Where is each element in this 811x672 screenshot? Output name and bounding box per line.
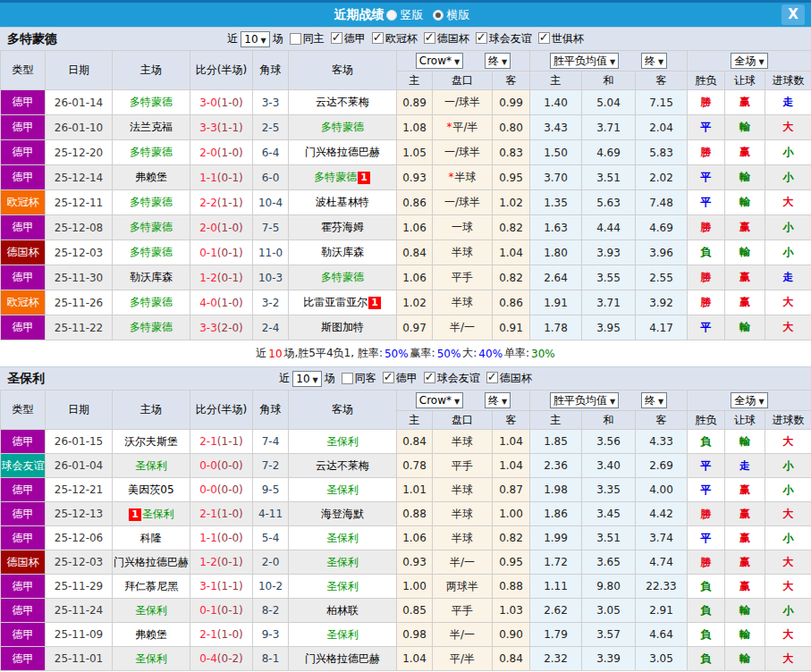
home-team-cell: 多特蒙德 [113, 315, 190, 340]
games-count-select[interactable]: 10▼ [292, 371, 321, 387]
score-cell: 0-0(0-0) [190, 454, 253, 478]
avg-odds-select[interactable]: 胜平负均值▼ [550, 53, 619, 69]
odds-handicap-cell: 平手 [433, 599, 493, 623]
team-name: 门兴格拉德巴赫 [305, 652, 380, 665]
league-label[interactable]: 德甲 [344, 32, 366, 45]
team-name: 多特蒙德 [130, 246, 173, 258]
avg-home-cell: 1.91 [530, 290, 582, 315]
sub-col-away-odds: 客 [493, 411, 530, 430]
league-label[interactable]: 德国杯 [437, 32, 469, 45]
odds-handicap-cell: 半/一 [433, 315, 493, 340]
league-label[interactable]: 德甲 [396, 372, 418, 384]
date-cell: 25-12-03 [46, 550, 113, 575]
games-count-select[interactable]: 10▼ [241, 31, 269, 47]
result-outcome-cell: 負 [688, 599, 725, 623]
layout-vertical-radio[interactable] [386, 10, 397, 21]
away-team-cell: 斯图加特 [289, 315, 397, 340]
fulltime-select[interactable]: 全场▼ [731, 53, 767, 69]
corner-cell: 10-2 [253, 575, 289, 599]
layout-horizontal-label[interactable]: 横版 [447, 7, 470, 23]
date-cell: 25-11-24 [46, 599, 113, 623]
result-handicap-cell: 輸 [725, 599, 765, 623]
league-cell: 德甲 [1, 115, 46, 140]
odds-handicap-cell: 平手 [433, 265, 493, 290]
odds-stage-select[interactable]: 终▼ [485, 392, 511, 408]
avg-draw-cell: 3.05 [582, 599, 636, 623]
odds-handicap-cell: 半球 [433, 502, 493, 526]
league-checkbox[interactable] [424, 372, 435, 383]
league-label[interactable]: 球会友谊 [489, 32, 532, 45]
league-checkbox[interactable] [538, 32, 550, 44]
league-checkbox[interactable] [372, 32, 384, 44]
corner-cell: 6-0 [253, 165, 289, 190]
dropdown-arrow-icon: ▼ [758, 58, 764, 66]
summary-part: 近 [256, 346, 266, 361]
result-outcome-cell: 平 [688, 165, 725, 190]
same-venue-checkbox[interactable] [290, 33, 301, 45]
team-name: 圣保利 [326, 580, 359, 592]
odds-away-cell: 1.04 [493, 430, 530, 454]
team-name: 多特蒙德 [130, 96, 173, 108]
result-goals-cell: 大 [765, 502, 811, 526]
result-outcome-cell: 平 [688, 526, 725, 550]
avg-home-cell: 2.64 [530, 265, 582, 290]
score-cell: 1-2(0-1) [190, 265, 253, 290]
bookmaker-select[interactable]: Crow*▼ [416, 392, 463, 408]
same-venue-checkbox[interactable] [342, 373, 353, 384]
sub-col-handicap-result: 让球 [725, 411, 765, 430]
avg-away-cell: 22.33 [636, 575, 688, 599]
avg-stage-select[interactable]: 终▼ [641, 392, 667, 408]
league-checkbox[interactable] [486, 372, 498, 383]
odds-away-cell: 1.03 [493, 599, 530, 623]
match-row: 德甲25-11-22多特蒙德3-3(2-0)2-4斯图加特0.97半/一0.91… [1, 315, 811, 340]
league-label[interactable]: 欧冠杯 [385, 32, 418, 45]
odds-home-cell: 1.02 [397, 290, 433, 315]
date-cell: 26-01-04 [46, 454, 113, 478]
filter-bar: 近 10▼ 场 同客 德甲球会友谊德国杯 [279, 371, 531, 387]
bookmaker-select[interactable]: Crow*▼ [416, 53, 463, 69]
odds-stage-select[interactable]: 终▼ [485, 53, 511, 69]
odds-home-cell: 1.05 [397, 140, 433, 165]
avg-stage-select[interactable]: 终▼ [641, 53, 667, 69]
fulltime-select[interactable]: 全场▼ [731, 392, 767, 408]
match-row: 德甲25-12-14弗赖堡1-1(0-1)6-0多特蒙德10.93*半球0.95… [1, 165, 811, 190]
odds-away-cell: 1.00 [493, 502, 530, 526]
layout-horizontal-radio[interactable] [433, 10, 444, 21]
avg-home-cell: 1.72 [530, 550, 582, 575]
avg-odds-select[interactable]: 胜平负均值▼ [550, 392, 619, 408]
home-team-cell: 多特蒙德 [113, 240, 190, 265]
odds-home-cell: 0.88 [397, 502, 433, 526]
odds-handicap-cell: 平/半 [433, 647, 493, 671]
same-venue-label[interactable]: 同客 [355, 371, 376, 386]
layout-vertical-label[interactable]: 竖版 [401, 7, 424, 23]
avg-away-cell: 4.42 [636, 502, 688, 526]
league-cell: 德甲 [1, 478, 46, 502]
league-checkbox[interactable] [331, 32, 342, 44]
avg-away-cell: 4.17 [636, 315, 688, 340]
league-checkbox[interactable] [476, 32, 487, 44]
league-checkbox[interactable] [383, 372, 394, 383]
result-handicap-cell: 走 [725, 454, 765, 478]
date-cell: 26-01-15 [46, 430, 113, 454]
col-corner: 角球 [253, 391, 289, 430]
same-venue-label[interactable]: 同主 [303, 31, 325, 46]
match-row: 德国杯25-12-03门兴格拉德巴赫1-2(0-1)2-0圣保利0.93半/一0… [1, 550, 811, 575]
corner-cell: 5-4 [253, 526, 289, 550]
home-team-cell: 拜仁慕尼黑 [113, 575, 190, 599]
team-name: 拜仁慕尼黑 [124, 580, 178, 592]
result-goals-cell: 大 [765, 115, 811, 140]
league-checkbox[interactable] [424, 32, 435, 44]
match-row: 德甲25-11-24圣保利0-1(0-1)8-2柏林联0.85平手1.032.6… [1, 599, 811, 623]
team-name: 门兴格拉德巴赫 [114, 556, 189, 568]
result-handicap-cell: 赢 [725, 90, 765, 115]
result-goals-cell: 大 [765, 290, 811, 315]
score-cell: 2-2(1-1) [190, 190, 253, 215]
col-score: 比分(半场) [190, 391, 253, 430]
result-outcome-cell: 平 [688, 190, 725, 215]
league-label[interactable]: 世俱杯 [552, 32, 584, 45]
team-heading: 多特蒙德 [7, 31, 57, 47]
close-button[interactable]: X [781, 4, 805, 25]
result-goals-cell: 小 [765, 454, 811, 478]
league-label[interactable]: 球会友谊 [437, 372, 480, 384]
league-label[interactable]: 德国杯 [500, 372, 532, 384]
